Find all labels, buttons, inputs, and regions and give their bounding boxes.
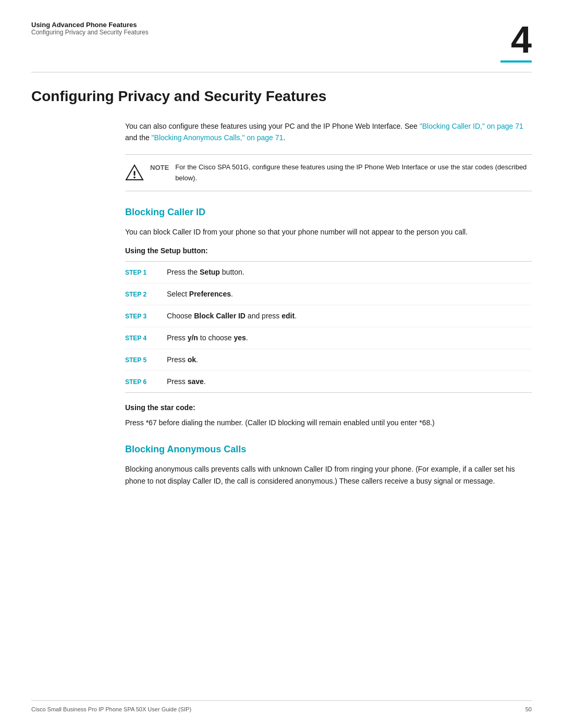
blocking-anonymous-calls-heading: Blocking Anonymous Calls (125, 444, 532, 455)
step-content-1: Press the Setup button. (167, 267, 244, 278)
step-bold-3b: edit (282, 312, 295, 320)
star-code-paragraph: Press *67 before dialing the number. (Ca… (125, 417, 532, 428)
intro-paragraph: You can also configure these features us… (125, 120, 532, 144)
step-num-2: 2 (143, 291, 146, 298)
chapter-number-bar (500, 60, 532, 63)
setup-button-label: Using the Setup button: (125, 246, 532, 255)
step-label-6: STEP 6 (125, 378, 167, 386)
intro-text-3: . (283, 133, 285, 142)
step-word-4: STEP (125, 335, 141, 342)
blocking-anonymous-calls-section: Blocking Anonymous Calls Blocking anonym… (125, 444, 532, 487)
step-content-6: Press save. (167, 376, 206, 387)
link-blocking-anon-calls[interactable]: "Blocking Anonymous Calls," on page 71 (152, 133, 284, 142)
step-content-4: Press y/n to choose yes. (167, 332, 248, 343)
step-num-1: 1 (143, 269, 146, 276)
step-label-4: STEP 4 (125, 335, 167, 342)
table-row: STEP 6 Press save. (125, 371, 532, 393)
step-num-3: 3 (143, 313, 146, 320)
step-word-5: STEP (125, 356, 141, 364)
step-bold-5: ok (188, 355, 196, 364)
note-label: NOTE (150, 162, 169, 171)
steps-container: STEP 1 Press the Setup button. STEP 2 Se… (125, 261, 532, 393)
step-label-1: STEP 1 (125, 269, 167, 276)
breadcrumb: Using Advanced Phone Features Configurin… (31, 21, 149, 36)
content-block: You can also configure these features us… (31, 120, 532, 487)
step-word-1: STEP (125, 269, 141, 276)
blocking-caller-id-section: Blocking Caller ID You can block Caller … (125, 207, 532, 428)
main-content: Configuring Privacy and Security Feature… (0, 72, 563, 487)
table-row: STEP 3 Choose Block Caller ID and press … (125, 305, 532, 327)
breadcrumb-main: Using Advanced Phone Features (31, 21, 149, 29)
step-bold-1: Setup (200, 268, 220, 276)
page-title: Configuring Privacy and Security Feature… (31, 88, 532, 105)
step-bold-4b: yes (234, 334, 246, 342)
step-word-3: STEP (125, 313, 141, 320)
svg-point-2 (133, 176, 136, 178)
table-row: STEP 1 Press the Setup button. (125, 262, 532, 283)
star-code-section: Using the star code: Press *67 before di… (125, 403, 532, 428)
svg-rect-1 (134, 171, 136, 176)
intro-text-2: and the (125, 133, 152, 142)
step-num-5: 5 (143, 356, 146, 364)
header: Using Advanced Phone Features Configurin… (0, 0, 563, 63)
chapter-number: 4 (511, 21, 532, 58)
step-label-2: STEP 2 (125, 291, 167, 298)
step-num-4: 4 (143, 335, 146, 342)
chapter-number-block: 4 (500, 21, 532, 63)
step-bold-3a: Block Caller ID (194, 312, 246, 320)
page-footer: Cisco Small Business Pro IP Phone SPA 50… (31, 700, 532, 712)
warning-icon (125, 163, 144, 182)
step-bold-4a: y/n (188, 334, 198, 342)
page-container: Using Advanced Phone Features Configurin… (0, 0, 563, 728)
step-num-6: 6 (143, 378, 146, 386)
step-content-3: Choose Block Caller ID and press edit. (167, 311, 297, 322)
table-row: STEP 4 Press y/n to choose yes. (125, 327, 532, 349)
note-content: For the Cisco SPA 501G, configure these … (175, 162, 532, 184)
step-content-2: Select Preferences. (167, 289, 233, 300)
blocking-caller-id-heading: Blocking Caller ID (125, 207, 532, 218)
step-bold-6: save (188, 377, 204, 386)
step-word-2: STEP (125, 291, 141, 298)
intro-text-1: You can also configure these features us… (125, 122, 420, 130)
link-blocking-caller-id[interactable]: "Blocking Caller ID," on page 71 (420, 122, 523, 130)
star-code-label: Using the star code: (125, 403, 532, 412)
footer-text: Cisco Small Business Pro IP Phone SPA 50… (31, 706, 191, 712)
note-inner: NOTE For the Cisco SPA 501G, configure t… (150, 162, 532, 184)
step-label-3: STEP 3 (125, 313, 167, 320)
blocking-caller-id-description: You can block Caller ID from your phone … (125, 226, 532, 238)
step-word-6: STEP (125, 378, 141, 386)
step-bold-2: Preferences (189, 290, 231, 298)
blocking-anonymous-calls-description: Blocking anonymous calls prevents calls … (125, 463, 532, 487)
step-label-5: STEP 5 (125, 356, 167, 364)
note-box: NOTE For the Cisco SPA 501G, configure t… (125, 154, 532, 192)
breadcrumb-sub: Configuring Privacy and Security Feature… (31, 29, 149, 36)
footer-page-number: 50 (525, 706, 532, 712)
step-content-5: Press ok. (167, 354, 198, 365)
table-row: STEP 5 Press ok. (125, 349, 532, 371)
table-row: STEP 2 Select Preferences. (125, 283, 532, 305)
